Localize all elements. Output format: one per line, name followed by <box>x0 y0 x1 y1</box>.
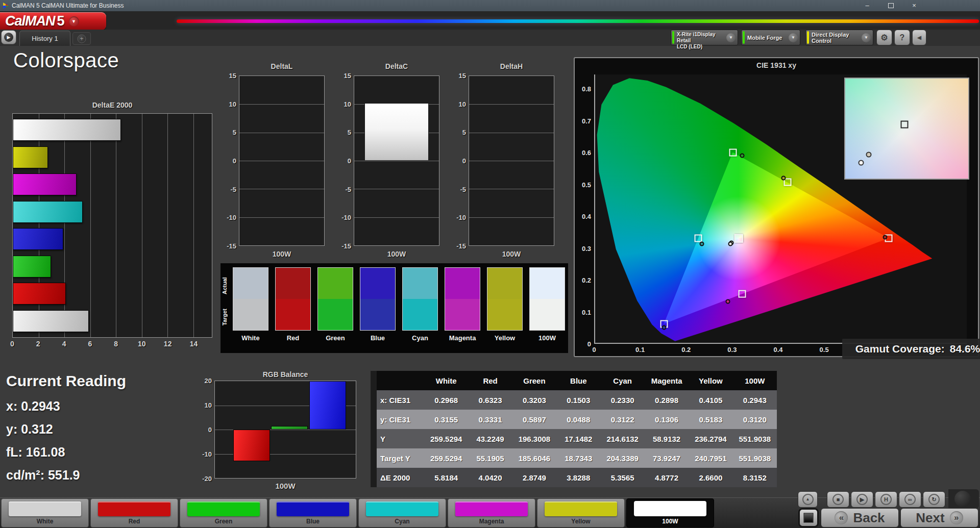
deltae-bars <box>13 114 212 337</box>
cie-chart-title: CIE 1931 xy <box>575 61 978 69</box>
back-chevron-icon: « <box>835 511 848 524</box>
y-tick-label: 0.2 <box>582 276 591 284</box>
y-tick-label: -5 <box>460 185 466 193</box>
meter-status-accent <box>672 31 674 44</box>
meter-dropdown[interactable]: X-Rite i1Display Retail LCD (LED) ▼ <box>671 30 738 45</box>
stop-measure-button[interactable]: ■ <box>827 491 849 508</box>
gamut-coverage-value: 84.6% <box>950 343 980 355</box>
swatch-button-white[interactable]: White <box>1 498 89 527</box>
table-cell: 0.4105 <box>689 396 732 405</box>
pattern-stop-button[interactable] <box>798 508 819 527</box>
table-cell: 0.2943 <box>733 396 777 405</box>
layout-nav-button[interactable]: ▶ <box>1 30 16 44</box>
toolbar-row: ▶ History 1 + X-Rite i1Display Retail LC… <box>0 30 980 46</box>
deltae-chart-title: DeltaE 2000 <box>12 101 212 109</box>
swatch-button-red[interactable]: Red <box>90 498 178 527</box>
patch-swatch <box>529 267 565 331</box>
settings-button[interactable]: ⚙ <box>876 30 892 45</box>
y-tick-label: 0.8 <box>582 85 591 93</box>
next-button-label: Next <box>916 510 944 526</box>
patch-label: Green <box>317 334 353 342</box>
table-cell: 259.5294 <box>424 435 468 443</box>
close-button[interactable]: × <box>909 2 920 10</box>
table-row: x: CIE310.29680.63230.32030.15030.23300.… <box>371 390 777 410</box>
rgb-bar-green <box>271 426 308 430</box>
continuous-read-button[interactable]: ∞ <box>899 491 921 508</box>
rgb-balance-title: RGB Balance <box>214 370 356 379</box>
grid-line <box>239 133 324 133</box>
tab-history-1[interactable]: History 1 <box>19 31 70 46</box>
refresh-button[interactable]: ↻ <box>923 491 945 508</box>
tab-label: History 1 <box>32 35 58 42</box>
maximize-icon <box>888 3 894 8</box>
display-status-accent <box>807 31 809 44</box>
y-tick-label: -15 <box>456 242 466 250</box>
table-row: y: CIE310.31550.33310.58970.04880.31220.… <box>371 410 777 429</box>
deltae-axis: 02468101214 <box>12 340 212 350</box>
minimize-button[interactable]: – <box>862 2 873 10</box>
patch-label: Magenta <box>445 334 480 342</box>
y-tick-label: 10 <box>229 100 236 108</box>
next-button[interactable]: Next » <box>900 508 978 527</box>
patch-actual-color <box>318 268 353 299</box>
x-tick-label: 0.5 <box>820 346 829 354</box>
pattern-window-button[interactable]: H <box>875 491 897 508</box>
table-cell: 259.5294 <box>424 454 468 463</box>
gear-icon: ⚙ <box>880 33 888 42</box>
swatch-button-blue[interactable]: Blue <box>269 498 357 527</box>
status-zone <box>948 489 979 509</box>
swatch-color <box>9 501 81 516</box>
patch-comparison-panel: Actual Target WhiteRedGreenBlueCyanMagen… <box>220 263 568 353</box>
patch-swatch <box>402 267 438 331</box>
swatch-label: Yellow <box>537 518 624 525</box>
play-measure-button[interactable]: ▶ <box>851 491 873 508</box>
patch-label: Yellow <box>487 334 523 342</box>
panel-up-button[interactable]: ▲ <box>798 491 818 508</box>
y-tick-label: 0.3 <box>582 244 591 252</box>
back-button[interactable]: « Back <box>821 508 899 527</box>
column-header-magenta: Magenta <box>645 376 689 385</box>
swatch-button-green[interactable]: Green <box>180 498 267 527</box>
calman-logo[interactable]: CalMAN 5 ▼ <box>0 12 106 30</box>
chevron-down-icon[interactable]: ▼ <box>789 33 798 42</box>
rgb-plot <box>214 381 356 479</box>
patch-white: White <box>233 267 268 342</box>
deltae-tick-label: 10 <box>138 340 146 348</box>
y-tick-label: 15 <box>459 72 466 80</box>
chevron-down-icon[interactable]: ▼ <box>862 33 871 42</box>
swatch-button-magenta[interactable]: Magenta <box>448 498 535 527</box>
table-gutter <box>371 468 377 487</box>
y-tick-label: 0 <box>233 157 236 165</box>
y-tick-label: 15 <box>344 72 351 80</box>
table-cell: 0.5183 <box>689 415 732 424</box>
source-dropdown-label: Mobile Forge <box>747 30 788 45</box>
reading-cdm2: cd/m²: 551.9 <box>6 468 126 483</box>
chevron-down-icon[interactable]: ▼ <box>726 33 736 42</box>
row-label: Target Y <box>378 454 424 463</box>
logo-brand: CalMAN <box>5 13 55 29</box>
table-cell: 17.1482 <box>556 435 600 443</box>
table-cell: 0.0488 <box>556 415 600 424</box>
table-row: Target Y259.529455.1905185.604618.734320… <box>371 448 777 468</box>
display-control-dropdown[interactable]: Direct Display Control ▼ <box>805 30 873 45</box>
source-dropdown[interactable]: Mobile Forge ▼ <box>741 30 800 45</box>
table-cell: 0.3122 <box>601 415 645 424</box>
y-tick-label: 20 <box>205 377 212 385</box>
cie-target-white <box>734 234 743 243</box>
add-tab-button[interactable]: + <box>72 32 91 45</box>
logo-row: CalMAN 5 ▼ <box>0 11 980 30</box>
patch-label: White <box>233 334 268 342</box>
deltae-tick-label: 12 <box>164 340 172 348</box>
collapse-panel-button[interactable]: ◀ <box>912 30 926 45</box>
chevron-up-icon: ▲ <box>802 494 814 505</box>
help-button[interactable]: ? <box>894 30 910 45</box>
logo-menu-arrow-icon[interactable]: ▼ <box>69 16 79 27</box>
maximize-button[interactable] <box>885 2 896 10</box>
swatch-button-cyan[interactable]: Cyan <box>358 498 446 527</box>
row-label: ΔE 2000 <box>378 473 424 482</box>
reading-x: x: 0.2943 <box>6 399 126 414</box>
swatch-button-yellow[interactable]: Yellow <box>537 498 625 527</box>
swatch-label: Magenta <box>448 518 535 525</box>
y-tick-label: 5 <box>233 129 236 136</box>
swatch-button-100w[interactable]: 100W <box>626 498 714 527</box>
